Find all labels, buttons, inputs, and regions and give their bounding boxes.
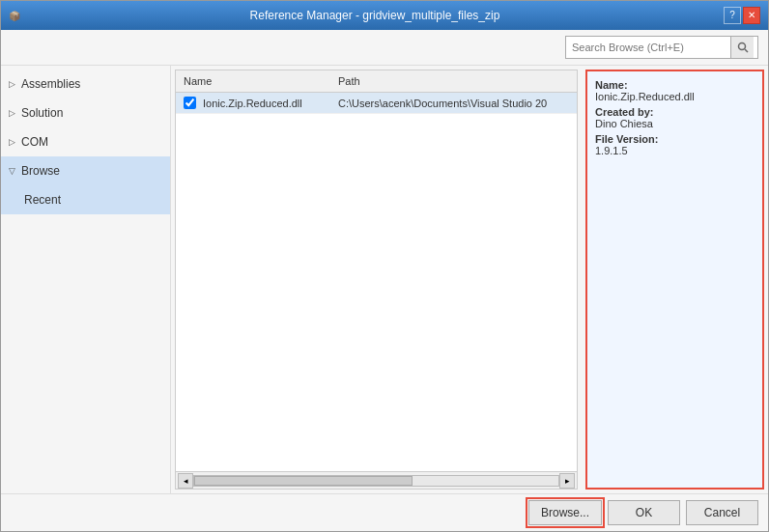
sidebar: ▷ Assemblies ▷ Solution ▷ COM ▽ Browse R…: [1, 66, 171, 493]
sidebar-item-label: Recent: [24, 193, 61, 207]
file-list-body: Ionic.Zip.Reduced.dll C:\Users\acenk\Doc…: [176, 93, 577, 471]
column-header-name: Name: [176, 73, 330, 89]
bottom-bar: Browse... OK Cancel: [1, 493, 768, 531]
main-content: ▷ Assemblies ▷ Solution ▷ COM ▽ Browse R…: [1, 66, 768, 493]
file-version-label: File Version:: [595, 133, 755, 145]
chevron-icon: ▷: [9, 79, 15, 89]
sidebar-item-com[interactable]: ▷ COM: [1, 127, 170, 156]
content-inner: Name Path Ionic.Zip.Reduced.dll C:\Users…: [175, 70, 764, 490]
name-value: Ionic.Zip.Reduced.dll: [595, 91, 755, 102]
column-header-path: Path: [330, 73, 577, 89]
cancel-button[interactable]: Cancel: [686, 500, 758, 525]
created-by-value: Dino Chiesa: [595, 118, 755, 129]
sidebar-item-browse[interactable]: ▽ Browse: [1, 156, 170, 185]
close-button[interactable]: ✕: [743, 7, 760, 24]
info-panel: Name: Ionic.Zip.Reduced.dll Created by: …: [585, 70, 764, 490]
file-list-header: Name Path: [176, 70, 577, 93]
svg-line-1: [745, 49, 748, 52]
scrollbar-track[interactable]: [193, 475, 559, 487]
search-box: [565, 36, 758, 59]
search-icon-button[interactable]: [730, 37, 754, 58]
sidebar-item-assemblies[interactable]: ▷ Assemblies: [1, 70, 170, 98]
toolbar: [1, 30, 768, 66]
scroll-right-button[interactable]: ▸: [559, 473, 575, 489]
chevron-icon: ▷: [9, 137, 15, 147]
sidebar-item-label: Browse: [21, 164, 60, 178]
name-label: Name:: [595, 79, 755, 91]
svg-point-0: [738, 43, 745, 50]
sidebar-item-solution[interactable]: ▷ Solution: [1, 98, 170, 127]
scrollbar-thumb[interactable]: [194, 476, 413, 486]
reference-manager-window: 📦 Reference Manager - gridview_multiple_…: [0, 0, 769, 532]
file-checkbox[interactable]: [184, 97, 196, 109]
chevron-icon: ▷: [9, 108, 15, 118]
browse-button[interactable]: Browse...: [528, 500, 602, 525]
scrollbar-area: ◂ ▸: [176, 471, 577, 489]
sidebar-item-label: Assemblies: [21, 77, 80, 91]
title-icon: 📦: [9, 11, 26, 21]
file-name-cell: Ionic.Zip.Reduced.dll: [203, 98, 338, 109]
help-button[interactable]: ?: [724, 7, 741, 24]
sidebar-item-recent[interactable]: Recent: [1, 185, 170, 214]
title-bar: 📦 Reference Manager - gridview_multiple_…: [1, 1, 768, 30]
sidebar-item-label: COM: [21, 135, 48, 149]
file-path-cell: C:\Users\acenk\Documents\Visual Studio 2…: [338, 98, 577, 109]
created-by-label: Created by:: [595, 106, 755, 118]
search-input[interactable]: [566, 40, 730, 55]
table-row[interactable]: Ionic.Zip.Reduced.dll C:\Users\acenk\Doc…: [176, 93, 577, 114]
file-list-panel: Name Path Ionic.Zip.Reduced.dll C:\Users…: [175, 70, 578, 490]
window-controls: ? ✕: [724, 7, 760, 24]
sidebar-item-label: Solution: [21, 106, 63, 120]
checkbox-cell: [176, 97, 203, 109]
search-icon: [737, 42, 749, 53]
scroll-left-button[interactable]: ◂: [178, 473, 193, 489]
content-area: Name Path Ionic.Zip.Reduced.dll C:\Users…: [171, 66, 768, 493]
chevron-down-icon: ▽: [9, 166, 15, 176]
file-version-value: 1.9.1.5: [595, 145, 755, 156]
ok-button[interactable]: OK: [608, 500, 680, 525]
window-title: Reference Manager - gridview_multiple_fi…: [26, 9, 724, 22]
